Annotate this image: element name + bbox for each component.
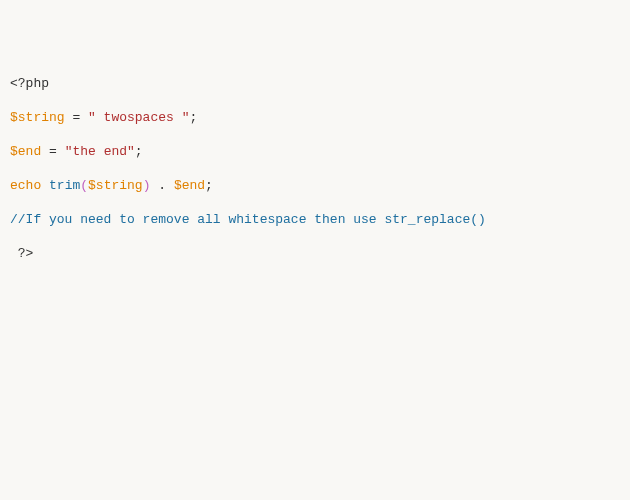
code-line-5: //If you need to remove all whitespace t… bbox=[10, 211, 620, 228]
code-line-4: echo trim($string) . $end; bbox=[10, 177, 620, 194]
string-literal: " twospaces " bbox=[88, 110, 189, 125]
trim-function: trim bbox=[49, 178, 80, 193]
semicolon: ; bbox=[205, 178, 213, 193]
assign-op: = bbox=[41, 144, 64, 159]
concat-op: . bbox=[150, 178, 173, 193]
variable-string-arg: $string bbox=[88, 178, 143, 193]
code-line-6: ?> bbox=[10, 245, 620, 262]
code-line-2: $string = " twospaces "; bbox=[10, 109, 620, 126]
php-close-tag: ?> bbox=[10, 246, 33, 261]
code-line-3: $end = "the end"; bbox=[10, 143, 620, 160]
string-literal: "the end" bbox=[65, 144, 135, 159]
semicolon: ; bbox=[135, 144, 143, 159]
left-paren: ( bbox=[80, 178, 88, 193]
space bbox=[41, 178, 49, 193]
variable-end: $end bbox=[10, 144, 41, 159]
echo-keyword: echo bbox=[10, 178, 41, 193]
semicolon: ; bbox=[189, 110, 197, 125]
assign-op: = bbox=[65, 110, 88, 125]
variable-string: $string bbox=[10, 110, 65, 125]
php-open-tag: <?php bbox=[10, 76, 49, 91]
comment-text: //If you need to remove all whitespace t… bbox=[10, 212, 486, 227]
code-line-1: <?php bbox=[10, 75, 620, 92]
variable-end-ref: $end bbox=[174, 178, 205, 193]
